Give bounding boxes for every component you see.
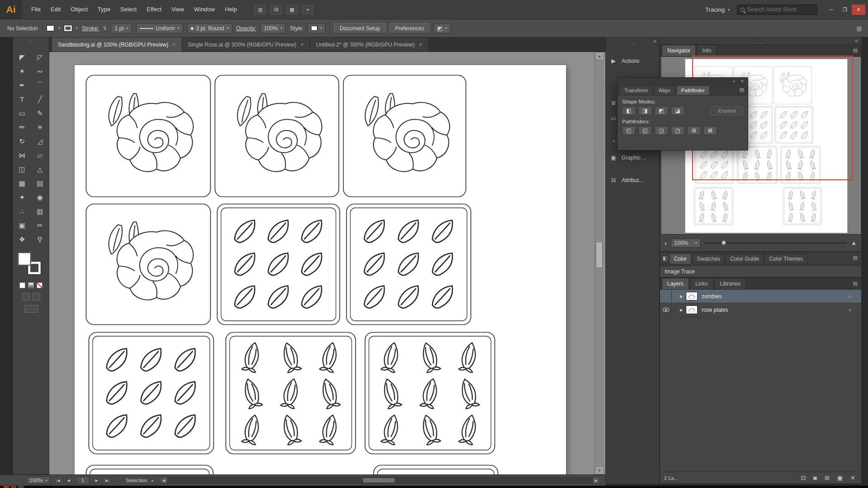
document-setup-button[interactable]: Document Setup [334,23,385,33]
plate-leaves[interactable] [346,203,472,325]
width-profile-select[interactable]: Uniform ▾ [136,23,183,33]
rotate-tool[interactable]: ↻ [13,134,31,148]
screen-mode-button[interactable] [24,305,38,313]
fill-color-chip[interactable] [47,25,54,31]
make-mask-icon[interactable]: ◙ [813,474,817,481]
plate-leaves[interactable] [217,203,340,325]
tab-libraries[interactable]: Libraries [714,278,746,289]
menu-effect[interactable]: Effect [142,0,166,19]
blend-tool[interactable]: ◉ [31,190,49,204]
plate-rose[interactable] [85,203,211,325]
tracing-dropdown[interactable]: Tracing ▾ [705,6,730,13]
direct-selection-tool[interactable]: ◸ [31,50,49,64]
delete-layer-icon[interactable]: ✕ [850,474,855,481]
target-circle-icon[interactable]: ○ [848,294,851,299]
document-tab[interactable]: Sandblasting.ai @ 100% (RGB/GPU Preview)… [52,38,182,52]
zoom-out-icon[interactable]: ▴ [665,241,667,245]
scroll-left-icon[interactable]: ◀ [160,477,168,484]
collapsed-panel-2[interactable]: ▭ [609,113,618,123]
panel-menu-icon[interactable]: ▤ [853,281,858,286]
type-tool[interactable]: T [13,92,31,106]
free-transform-tool[interactable]: ▱ [31,148,49,162]
new-sublayer-icon[interactable]: ⊞ [825,474,830,481]
shape-mode-minus-front[interactable]: ◨ [638,106,652,115]
expand-arrow-icon[interactable]: ▶ [680,308,683,312]
scroll-up-icon[interactable]: ▲ [595,52,604,60]
magic-wand-tool[interactable]: ✶ [13,64,31,78]
control-panel-menu-icon[interactable]: ▤ [857,25,862,32]
minimize-button[interactable]: ─ [825,5,838,15]
color-button[interactable] [19,282,25,288]
target-circle-icon[interactable]: ○ [848,307,851,313]
zoom-in-icon[interactable]: ▲ [851,239,857,246]
tab-info[interactable]: Info [697,45,717,56]
menu-window[interactable]: Window [189,0,220,19]
pathfinder-crop[interactable]: ◳ [671,126,684,135]
pencil-tool[interactable]: ✏ [13,120,31,134]
pathfinder-divide[interactable]: ◰ [622,126,636,135]
toolbar-grip[interactable] [13,38,49,45]
next-artboard-button[interactable]: ▶ [94,479,99,483]
zoom-tool[interactable]: ⚲ [31,232,49,246]
zoom-slider-thumb[interactable] [722,240,726,245]
panel-menu-icon[interactable]: ▤ [853,47,858,53]
shape-mode-intersect[interactable]: ◩ [655,106,668,115]
layer-name[interactable]: zombies [702,293,722,300]
document-tab[interactable]: Untitled-2* @ 330% (RGB/GPU Preview)✕ [310,38,429,52]
layer-name[interactable]: rose plates [702,307,728,313]
dock-grip[interactable] [606,40,659,47]
share-icon[interactable]: ➢ [302,5,313,14]
expand-arrow-icon[interactable]: ▶ [680,294,683,299]
slice-tool[interactable]: ✂ [31,218,49,232]
artboard-tool[interactable]: ▣ [13,218,31,232]
hand-tool[interactable]: ❖ [13,232,31,246]
collapsed-panel-1[interactable]: ≣ [609,98,618,108]
tab-links[interactable]: Links [690,278,713,289]
layer-row-rose-plates[interactable]: ▶rose plates○ [660,303,861,317]
width-tool[interactable]: ⋈ [13,148,31,162]
last-artboard-button[interactable]: ▶| [104,479,110,483]
scroll-down-icon[interactable]: ▼ [595,466,604,474]
vertical-scroll-thumb[interactable] [596,242,603,268]
plate-buds[interactable] [693,187,733,225]
new-layer-icon[interactable]: ▣ [837,474,843,481]
attributes-panel[interactable]: ⊟Attribut... [609,175,643,185]
pathfinder-merge[interactable]: ◲ [655,126,668,135]
plate-buds[interactable] [364,332,495,455]
adobe-stock-icon[interactable]: St [270,5,282,14]
plate-rose[interactable] [343,75,467,197]
search-input[interactable] [747,6,814,13]
panel-options-select[interactable]: ◩ ▾ [434,23,450,33]
horizontal-scrollbar[interactable]: ◀ ▶ [160,476,600,484]
menu-view[interactable]: View [166,0,189,19]
layer-row-zombies[interactable]: ▶zombies○ [660,290,861,303]
curvature-tool[interactable]: ⌒ [31,78,49,92]
close-button[interactable]: ✕ [852,5,865,15]
panel-menu-icon[interactable]: ▤ [853,255,858,261]
vertical-scrollbar[interactable]: ▲ ▼ [594,52,604,474]
navigator-zoom-slider[interactable] [705,242,847,244]
menu-select[interactable]: Select [115,0,142,19]
restore-button[interactable]: ❐ [838,5,852,15]
style-select[interactable]: ▾ [307,23,326,33]
tab-navigator[interactable]: Navigator [662,45,696,56]
brush-definition-select[interactable]: 3 pt. Round ▾ [187,23,232,33]
artboard[interactable] [75,65,566,474]
pathfinder-outline[interactable]: ⊞ [687,126,701,135]
expand-button[interactable]: Expand [711,106,743,115]
lasso-tool[interactable]: ∾ [31,64,49,78]
gradient-button[interactable] [28,282,34,288]
navigator-zoom-select[interactable]: 100% ▾ [671,239,701,248]
shaper-tool[interactable]: ✳ [31,120,49,134]
eyedropper-tool[interactable]: ✦ [13,190,31,204]
column-graph-tool[interactable]: ▥ [31,204,49,218]
shape-builder-tool[interactable]: ◫ [13,162,31,176]
none-button[interactable] [37,282,42,288]
canvas[interactable]: ▲ ▼ [49,52,605,474]
tab-color[interactable]: Color [669,253,691,264]
prev-artboard-button[interactable]: ◀ [66,479,71,483]
tab-transform[interactable]: Transform [619,85,653,95]
shape-mode-exclude[interactable]: ◪ [671,106,684,115]
perspective-grid-tool[interactable]: △ [31,162,49,176]
selection-tool[interactable]: ◤ [13,50,31,64]
